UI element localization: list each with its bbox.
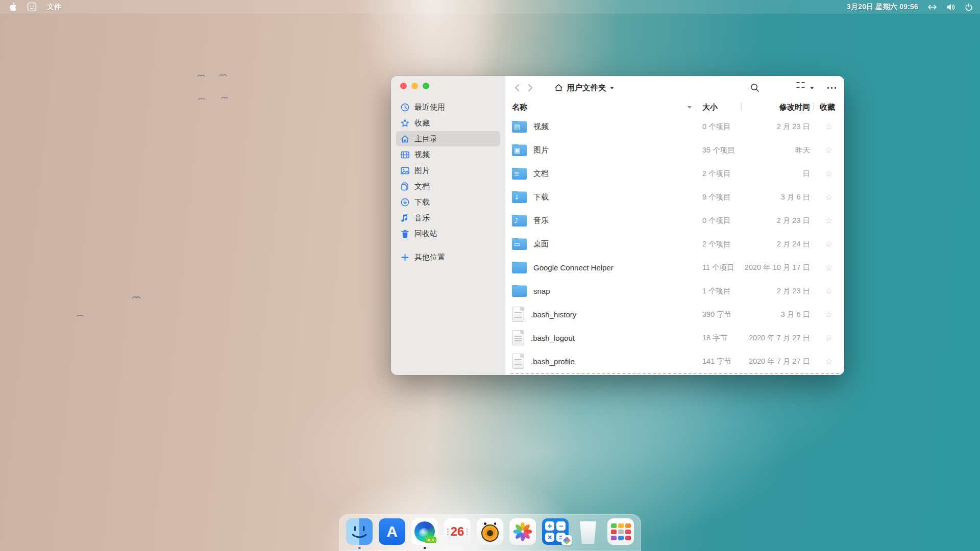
favorite-star[interactable]: ☆ — [825, 310, 832, 319]
trash-bin-icon — [575, 518, 601, 545]
sidebar-item-videos[interactable]: 视频 — [396, 147, 500, 162]
menu-item-files[interactable]: 文件 — [47, 3, 61, 12]
file-modified: 2 月 24 日 — [741, 239, 813, 249]
favorite-star[interactable]: ☆ — [825, 240, 832, 248]
file-text-icon — [512, 307, 524, 322]
sidebar-item-other-locations[interactable]: 其他位置 — [396, 249, 500, 265]
dock-item-speaker-app[interactable] — [477, 518, 503, 548]
dock-item-finder[interactable] — [346, 518, 373, 548]
sidebar-item-label: 收藏 — [414, 118, 430, 128]
sidebar-item-home[interactable]: 主目录 — [396, 131, 500, 146]
file-modified: 2020 年 7 月 27 日 — [741, 333, 813, 343]
file-name: 文档 — [533, 169, 549, 179]
favorite-star[interactable]: ☆ — [825, 169, 832, 178]
sidebar-item-trash[interactable]: 回收站 — [396, 226, 500, 241]
file-size: 2 个项目 — [696, 169, 741, 179]
favorite-star[interactable]: ☆ — [825, 146, 832, 155]
dock-item-calculator[interactable]: + − × = — [542, 518, 569, 548]
more-options-button[interactable] — [827, 81, 837, 95]
display-resize-icon[interactable] — [927, 4, 937, 11]
forward-button[interactable] — [524, 81, 537, 94]
view-mode-chevron-down-icon[interactable] — [810, 87, 814, 89]
file-size: 141 字节 — [696, 357, 741, 366]
bird-icon — [219, 73, 227, 77]
calculator-icon: + − × = — [542, 518, 569, 545]
dock-item-photos[interactable] — [509, 518, 536, 548]
file-name: .bash_history — [531, 310, 576, 319]
sidebar-item-documents[interactable]: 文档 — [396, 179, 500, 194]
view-mode-grid-icon[interactable] — [796, 81, 805, 95]
dock: A DEV 26 — [339, 514, 641, 551]
file-modified: 3 月 6 日 — [741, 310, 813, 319]
table-row[interactable]: ♪音乐0 个项目2 月 23 日☆ — [505, 209, 844, 232]
table-row[interactable]: ▣图片35 个项目昨天☆ — [505, 138, 844, 162]
favorite-star[interactable]: ☆ — [825, 287, 832, 295]
search-button[interactable] — [750, 81, 760, 95]
file-size: 35 个项目 — [696, 145, 741, 155]
column-header-name[interactable]: 名称 — [505, 99, 696, 115]
dock-item-edge-dev[interactable]: DEV — [411, 518, 438, 548]
bird-icon — [197, 73, 205, 78]
back-button[interactable] — [510, 81, 524, 94]
column-header-favorite[interactable]: 收藏 — [813, 99, 844, 115]
calendar-icon: 26 — [444, 518, 471, 545]
star-icon — [400, 118, 409, 128]
table-row[interactable]: .bash_logout18 字节2020 年 7 月 27 日☆ — [505, 326, 844, 349]
dock-item-launchpad[interactable] — [607, 518, 634, 548]
bird-icon — [221, 96, 228, 99]
sidebar-item-favorites[interactable]: 收藏 — [396, 115, 500, 131]
table-row[interactable]: snap1 个项目2 月 23 日☆ — [505, 279, 844, 303]
table-row[interactable]: ≡文档2 个项目日☆ — [505, 162, 844, 185]
sidebar-item-label: 下载 — [414, 197, 430, 207]
folder-video-icon: ▤ — [512, 121, 527, 133]
files-app-menubar-icon[interactable] — [27, 2, 37, 12]
file-modified: 2 月 23 日 — [741, 216, 813, 226]
column-header-size[interactable]: 大小 — [696, 99, 741, 115]
menubar-clock[interactable]: 3月20日 星期六 09:56 — [847, 3, 918, 12]
file-list: ▤视频0 个项目2 月 23 日☆▣图片35 个项目昨天☆≡文档2 个项目日☆↓… — [505, 115, 844, 375]
favorite-star[interactable]: ☆ — [825, 263, 832, 272]
maximize-button[interactable] — [423, 83, 429, 89]
clock-icon — [400, 103, 409, 112]
favorite-star[interactable]: ☆ — [825, 334, 832, 342]
sidebar-item-music[interactable]: 音乐 — [396, 210, 500, 226]
sidebar-item-label: 图片 — [414, 166, 430, 176]
location-dropdown[interactable]: 用户文件夹 — [554, 83, 614, 93]
sidebar-item-label: 最近使用 — [414, 103, 445, 112]
favorite-star[interactable]: ☆ — [825, 193, 832, 202]
table-row[interactable]: ▤视频0 个项目2 月 23 日☆ — [505, 115, 844, 138]
favorite-star[interactable]: ☆ — [825, 122, 832, 131]
dock-item-trash[interactable] — [575, 518, 601, 548]
dock-item-calendar[interactable]: 26 — [444, 518, 471, 548]
home-icon — [554, 84, 563, 92]
sidebar-item-recent[interactable]: 最近使用 — [396, 99, 500, 115]
favorite-star[interactable]: ☆ — [825, 357, 832, 366]
files-app-icon — [27, 2, 37, 12]
table-row[interactable]: .bash_history390 字节3 月 6 日☆ — [505, 303, 844, 326]
sidebar-item-label: 回收站 — [414, 229, 437, 239]
file-modified: 2 月 23 日 — [741, 122, 813, 132]
dock-item-app-store[interactable]: A — [379, 518, 405, 548]
close-button[interactable] — [400, 83, 407, 89]
file-size: 9 个项目 — [696, 192, 741, 202]
file-size: 0 个项目 — [696, 216, 741, 226]
table-row[interactable]: ▭桌面2 个项目2 月 24 日☆ — [505, 232, 844, 256]
volume-icon[interactable] — [946, 3, 955, 11]
calendar-day: 26 — [451, 524, 464, 539]
location-label: 用户文件夹 — [567, 83, 606, 93]
table-row[interactable]: Google Connect Helper11 个项目2020 年 10 月 1… — [505, 256, 844, 279]
table-row[interactable]: ↓下载9 个项目3 月 6 日☆ — [505, 185, 844, 209]
power-icon[interactable] — [965, 3, 973, 11]
sidebar-item-downloads[interactable]: 下载 — [396, 194, 500, 210]
folder-icon — [512, 285, 527, 297]
sort-indicator-icon — [688, 106, 692, 109]
sidebar-item-label: 文档 — [414, 182, 430, 191]
file-text-icon — [512, 354, 524, 369]
favorite-star[interactable]: ☆ — [825, 216, 832, 225]
sidebar-item-pictures[interactable]: 图片 — [396, 163, 500, 178]
table-row[interactable]: .bash_profile141 字节2020 年 7 月 27 日☆ — [505, 349, 844, 373]
apple-menu[interactable] — [8, 2, 17, 12]
minimize-button[interactable] — [411, 83, 418, 89]
column-header-modified[interactable]: 修改时间 — [741, 99, 813, 115]
file-name: 视频 — [533, 122, 549, 132]
